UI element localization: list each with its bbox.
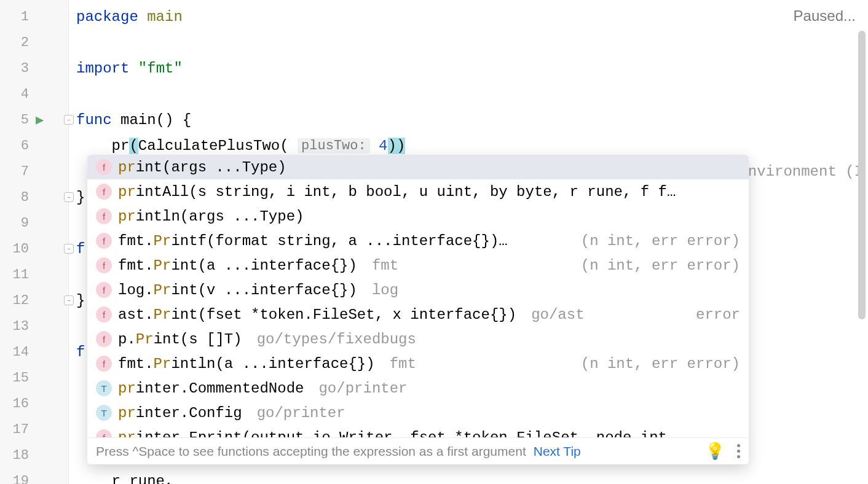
footer-hint-text: Press ^Space to see functions accepting … — [96, 444, 526, 459]
line-number[interactable]: 16 — [0, 391, 68, 416]
completion-package: fmt — [372, 257, 398, 274]
completion-text: printer.Config — [118, 405, 242, 421]
completion-package: go/ast — [531, 306, 584, 323]
code-line[interactable]: import "fmt" — [69, 55, 868, 81]
code-line[interactable] — [69, 81, 868, 107]
fold-icon[interactable]: – — [64, 115, 74, 125]
fold-icon[interactable]: – — [64, 244, 74, 254]
parameter-hint: plusTwo: — [298, 138, 370, 154]
completion-item[interactable]: fp.Print(s []T)go/types/fixedbugs — [87, 327, 749, 351]
completion-text: fmt.Println(a ...interface{}) — [118, 356, 375, 372]
completion-item[interactable]: Tprinter.Configgo/printer — [87, 400, 749, 425]
code-line[interactable]: package main — [69, 4, 868, 29]
completion-item[interactable]: flog.Print(v ...interface{})log — [87, 278, 749, 302]
run-gutter-icon[interactable]: ▶ — [36, 112, 44, 128]
completion-return-type: error — [696, 306, 740, 323]
gutter: 1 2 3 4 ▶ 5 – 6 7 8 – 9 10 – 11 12 – 13 … — [0, 0, 69, 484]
completion-text: println(args ...Type) — [118, 208, 304, 225]
lightbulb-icon[interactable]: 💡 — [705, 442, 725, 461]
completion-return-type: (n int, err error) — [581, 233, 740, 249]
completion-item[interactable]: fprinter.Fprint(output io.Writer, fset *… — [87, 425, 749, 437]
completion-return-type: (n int, err error) — [581, 257, 740, 274]
completion-text: printer.CommentedNode — [118, 380, 304, 397]
completion-package: go/printer — [318, 380, 407, 397]
line-number[interactable]: 4 — [0, 81, 68, 107]
function-icon: f — [96, 233, 112, 249]
completion-text: log.Print(v ...interface{}) — [118, 282, 357, 299]
line-number[interactable]: 7 — [0, 158, 68, 184]
line-number[interactable]: 6 — [0, 133, 68, 158]
line-number[interactable]: 10 – — [0, 236, 68, 262]
line-number[interactable]: 1 — [0, 4, 68, 29]
completion-text: ast.Print(fset *token.FileSet, x interfa… — [118, 306, 516, 323]
debugger-status: Paused... — [794, 7, 856, 25]
completion-item[interactable]: fprintln(args ...Type) — [87, 204, 749, 228]
line-number[interactable]: 15 — [0, 365, 68, 391]
line-number[interactable]: 17 — [0, 416, 68, 442]
completion-package: go/printer — [257, 405, 345, 421]
code-line[interactable] — [69, 29, 868, 55]
completion-item[interactable]: ffmt.Printf(format string, a ...interfac… — [87, 228, 749, 253]
function-icon: f — [96, 257, 112, 273]
type-icon: T — [96, 380, 112, 396]
completion-item[interactable]: ffmt.Println(a ...interface{})fmt(n int,… — [87, 351, 749, 376]
completion-item[interactable]: Tprinter.CommentedNodego/printer — [87, 376, 749, 400]
function-icon: f — [96, 356, 112, 372]
autocomplete-popup: fprint(args ...Type)fprintAll(s string, … — [87, 155, 749, 464]
function-icon: f — [96, 282, 112, 298]
code-line[interactable]: func main() { — [69, 107, 868, 133]
completion-item[interactable]: fprint(args ...Type) — [87, 155, 749, 179]
fold-icon[interactable]: – — [64, 192, 74, 202]
kebab-menu-icon[interactable] — [737, 444, 740, 458]
function-icon: f — [96, 429, 112, 437]
line-number[interactable]: 3 — [0, 55, 68, 81]
function-icon: f — [96, 306, 112, 322]
line-number[interactable]: 14 — [0, 339, 68, 365]
line-number[interactable]: 19 — [0, 468, 68, 484]
completion-text: print(args ...Type) — [118, 159, 286, 176]
function-icon: f — [96, 331, 112, 347]
scrollbar-thumb[interactable] — [858, 31, 866, 319]
completion-item[interactable]: fprintAll(s string, i int, b bool, u uin… — [87, 179, 749, 204]
completion-text: printAll(s string, i int, b bool, u uint… — [118, 184, 676, 200]
line-number[interactable]: 18 — [0, 442, 68, 468]
completion-text: p.Print(s []T) — [118, 331, 242, 348]
completion-item[interactable]: fast.Print(fset *token.FileSet, x interf… — [87, 302, 749, 327]
line-number[interactable]: 13 — [0, 313, 68, 339]
scrollbar[interactable] — [858, 31, 866, 326]
line-number[interactable]: 8 – — [0, 184, 68, 210]
code-editor: 1 2 3 4 ▶ 5 – 6 7 8 – 9 10 – 11 12 – 13 … — [0, 0, 868, 484]
line-number[interactable]: 9 — [0, 210, 68, 236]
code-line[interactable]: r rune, — [69, 468, 868, 484]
completion-package: log — [372, 282, 398, 299]
completion-text: fmt.Print(a ...interface{}) — [118, 257, 357, 274]
popup-footer: Press ^Space to see functions accepting … — [87, 437, 749, 464]
completion-package: go/types/fixedbugs — [257, 331, 416, 348]
type-icon: T — [96, 405, 112, 421]
line-number[interactable]: ▶ 5 – — [0, 107, 68, 133]
completion-item[interactable]: ffmt.Print(a ...interface{})fmt(n int, e… — [87, 253, 749, 278]
line-number[interactable]: 12 – — [0, 287, 68, 313]
completion-return-type: (n int, err error) — [581, 356, 740, 372]
fold-icon[interactable]: – — [64, 295, 74, 305]
line-number[interactable]: 2 — [0, 29, 68, 55]
completion-text: printer.Fprint(output io.Writer, fset *t… — [118, 429, 667, 438]
line-number[interactable]: 11 — [0, 262, 68, 287]
next-tip-link[interactable]: Next Tip — [534, 444, 581, 459]
function-icon: f — [96, 184, 112, 200]
completion-package: fmt — [390, 356, 416, 372]
completion-list: fprint(args ...Type)fprintAll(s string, … — [87, 155, 749, 437]
completion-text: fmt.Printf(format string, a ...interface… — [118, 233, 508, 249]
function-icon: f — [96, 208, 112, 224]
function-icon: f — [96, 159, 112, 175]
